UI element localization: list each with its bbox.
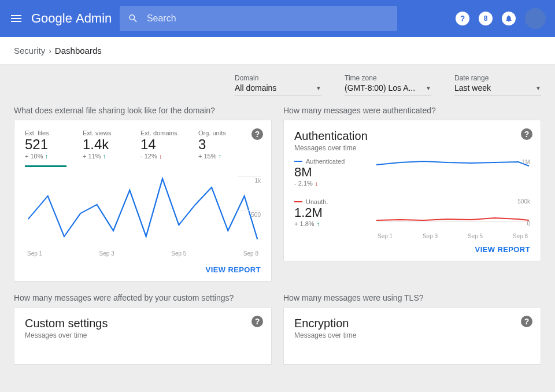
filter-value[interactable]: Last week ▼	[454, 83, 541, 95]
card-title: Encryption	[294, 317, 530, 330]
stat-row: Ext. files 521 + 10% Ext. views 1.4k + 1…	[25, 130, 261, 167]
arrow-down-icon	[159, 153, 162, 160]
arrow-up-icon	[317, 220, 320, 227]
filter-label: Date range	[454, 74, 541, 82]
filter-label: Time zone	[345, 74, 431, 82]
menu-icon[interactable]	[9, 12, 23, 25]
view-report-button[interactable]: VIEW REPORT	[25, 265, 261, 274]
content: Domain All domains ▼ Time zone (GMT-8:00…	[0, 65, 555, 392]
search-bar[interactable]	[120, 6, 397, 31]
section-title: What does external file sharing look lik…	[14, 106, 272, 115]
filter-daterange[interactable]: Date range Last week ▼	[454, 74, 541, 95]
notifications-icon[interactable]	[502, 12, 516, 25]
breadcrumb-root[interactable]: Security	[14, 46, 45, 56]
card-title: Custom settings	[25, 317, 261, 330]
card-file-sharing: ? Ext. files 521 + 10% Ext. views 1.4k +…	[14, 120, 272, 282]
series-color-red	[294, 201, 302, 202]
section-custom-settings: How many messages were affected by your …	[14, 293, 272, 365]
help-icon[interactable]: ?	[251, 128, 263, 140]
stat-ext-files[interactable]: Ext. files 521 + 10%	[25, 130, 66, 167]
arrow-up-icon	[45, 153, 49, 160]
dashboard-grid: What does external file sharing look lik…	[14, 106, 541, 365]
search-input[interactable]	[147, 13, 389, 24]
y-tick: 500k	[517, 198, 530, 205]
stat-ext-domains[interactable]: Ext. domains 14 - 12%	[140, 130, 182, 165]
section-title: How many messages were using TLS?	[283, 293, 541, 302]
card-subtitle: Messages over time	[294, 331, 530, 339]
x-ticks: Sep 1 Sep 3 Sep 5 Sep 8	[375, 233, 530, 239]
view-report-button[interactable]: VIEW REPORT	[294, 245, 530, 254]
card-custom-settings: ? Custom settings Messages over time	[14, 307, 272, 365]
brand-google: Google	[31, 11, 72, 26]
filter-domain[interactable]: Domain All domains ▼	[235, 74, 321, 95]
section-encryption: How many messages were using TLS? ? Encr…	[283, 293, 541, 365]
stat-org-units[interactable]: Org. units 3 + 15%	[198, 130, 240, 165]
arrow-down-icon	[315, 180, 319, 187]
search-icon	[128, 13, 139, 24]
card-subtitle: Messages over time	[25, 331, 261, 339]
y-tick: 0	[527, 220, 530, 227]
help-icon[interactable]: ?	[456, 12, 469, 25]
chart-auth-line: 1M	[376, 158, 530, 187]
help-icon[interactable]: ?	[521, 316, 532, 327]
breadcrumb: Security › Dashboards	[0, 37, 555, 65]
section-title: How many messages were authenticated?	[283, 106, 541, 115]
help-icon[interactable]: ?	[521, 128, 532, 140]
dropdown-icon: ▼	[426, 85, 431, 91]
apps-icon[interactable]: 8	[479, 12, 493, 25]
section-file-sharing: What does external file sharing look lik…	[14, 106, 272, 282]
chart-unauth-line: 500k 0	[376, 198, 530, 227]
filter-value[interactable]: (GMT-8:00) Los A... ▼	[345, 83, 431, 95]
y-tick: 1M	[522, 159, 530, 165]
auth-series-authenticated: Authenticated 8M - 2.1% 1M	[294, 158, 530, 193]
card-encryption: ? Encryption Messages over time	[283, 307, 541, 365]
breadcrumb-current: Dashboards	[55, 46, 102, 56]
chart-file-sharing: 1k 500 Sep 1 Sep 3 Sep 5 Sep 8	[25, 173, 261, 260]
auth-series-unauth: Unauth. 1.2M + 1.8% 500k 0	[294, 198, 530, 233]
stat-ext-views[interactable]: Ext. views 1.4k + 11%	[83, 130, 124, 165]
filter-value[interactable]: All domains ▼	[235, 83, 321, 95]
filter-label: Domain	[235, 74, 321, 82]
section-authentication: How many messages were authenticated? ? …	[283, 106, 541, 282]
avatar[interactable]	[525, 8, 546, 29]
card-title: Authentication	[294, 130, 530, 143]
card-subtitle: Messages over time	[294, 144, 530, 152]
brand: Google Admin	[31, 11, 112, 26]
line-chart	[25, 173, 261, 248]
brand-admin: Admin	[76, 11, 112, 26]
chevron-right-icon: ›	[49, 46, 51, 56]
dropdown-icon: ▼	[535, 85, 541, 91]
filters: Domain All domains ▼ Time zone (GMT-8:00…	[14, 74, 541, 95]
dropdown-icon: ▼	[316, 85, 321, 91]
help-icon[interactable]: ?	[251, 316, 263, 327]
filter-timezone[interactable]: Time zone (GMT-8:00) Los A... ▼	[345, 74, 431, 95]
card-authentication: ? Authentication Messages over time Auth…	[283, 120, 541, 261]
y-tick: 1k	[238, 176, 261, 184]
y-tick: 500	[238, 210, 261, 218]
topbar-right: ? 8	[456, 8, 546, 29]
x-ticks: Sep 1 Sep 3 Sep 5 Sep 8	[25, 250, 261, 257]
section-title: How many messages were affected by your …	[14, 293, 272, 302]
top-bar: Google Admin ? 8	[0, 0, 555, 37]
series-color-blue	[294, 161, 302, 162]
arrow-up-icon	[219, 153, 222, 160]
arrow-up-icon	[103, 153, 106, 160]
